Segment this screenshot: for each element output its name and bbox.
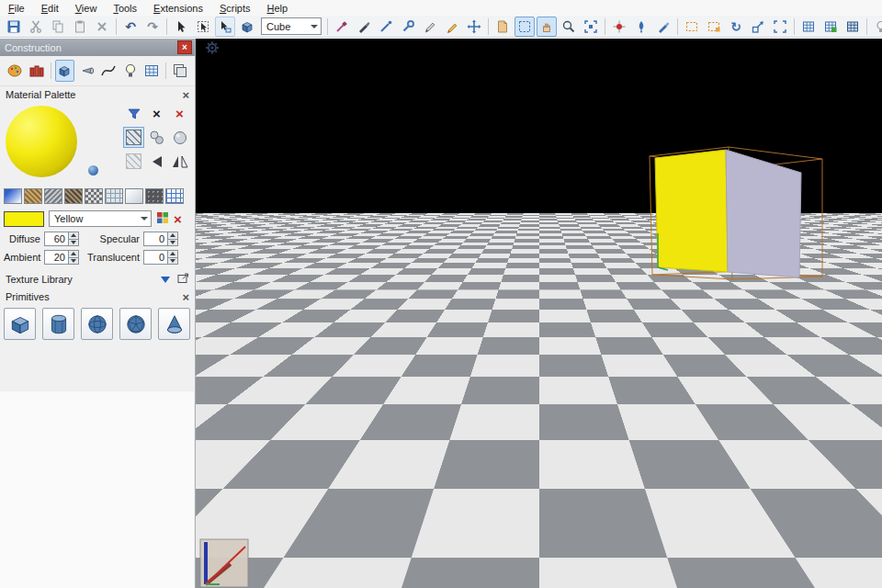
- swatch-blue-grid[interactable]: [165, 188, 184, 204]
- knife-icon[interactable]: [420, 17, 440, 37]
- lamp-icon[interactable]: [871, 17, 882, 37]
- diffuse-up-icon[interactable]: [68, 232, 79, 240]
- translucent-down-icon[interactable]: [167, 258, 178, 266]
- draw-pen-icon[interactable]: [653, 17, 673, 37]
- grid-table-icon[interactable]: [798, 17, 819, 37]
- redo-icon[interactable]: ↷: [142, 17, 163, 37]
- selected-cube[interactable]: [655, 150, 801, 277]
- grid-mode-icon[interactable]: [142, 60, 163, 82]
- pencil-icon[interactable]: [442, 17, 462, 37]
- save-icon[interactable]: [4, 17, 24, 37]
- texture-page-icon[interactable]: [492, 17, 513, 37]
- zoom-icon[interactable]: [559, 17, 579, 37]
- menu-extensions[interactable]: Extensions: [145, 2, 211, 15]
- delete-color-icon[interactable]: ×: [174, 212, 182, 226]
- marquee-icon[interactable]: [514, 17, 535, 37]
- specular-down-icon[interactable]: [167, 240, 178, 247]
- material-palette-close-icon[interactable]: ×: [182, 89, 189, 101]
- menu-file[interactable]: File: [0, 2, 33, 15]
- diffuse-value[interactable]: 60: [44, 232, 68, 246]
- select-pointer-icon[interactable]: [171, 17, 191, 37]
- orbit-point-icon[interactable]: [609, 17, 629, 37]
- primitive-geosphere-button[interactable]: [119, 308, 152, 340]
- construction-panel-titlebar[interactable]: Construction ×: [0, 39, 195, 56]
- menu-scripts[interactable]: Scripts: [211, 2, 259, 15]
- shape-select[interactable]: Cube: [261, 17, 322, 35]
- primitive-sphere-button[interactable]: [81, 308, 113, 340]
- swatch-noise-gray[interactable]: [44, 188, 62, 204]
- pen-icon[interactable]: [354, 17, 374, 37]
- orientation-gizmo[interactable]: [199, 538, 249, 588]
- scale-icon[interactable]: [748, 17, 768, 37]
- curve-mode-icon[interactable]: [98, 60, 119, 82]
- panel-close-button[interactable]: ×: [177, 40, 192, 54]
- rotate-icon[interactable]: ↻: [726, 17, 746, 37]
- primitives-close-icon[interactable]: ×: [182, 291, 189, 303]
- expand-icon[interactable]: [161, 277, 170, 283]
- swatch-gloss[interactable]: [125, 188, 143, 204]
- swatch-dark-dots[interactable]: [145, 188, 164, 204]
- select-rect-orange-icon[interactable]: [682, 17, 702, 37]
- translucent-value[interactable]: 0: [143, 250, 167, 265]
- undo-icon[interactable]: ↶: [120, 17, 141, 37]
- filter-icon[interactable]: [123, 103, 144, 124]
- ambient-up-icon[interactable]: [68, 250, 79, 258]
- select-drag-icon[interactable]: [215, 17, 235, 37]
- fit-view-icon[interactable]: [581, 17, 601, 37]
- primitive-cylinder-button[interactable]: [42, 308, 74, 340]
- swatch-grid[interactable]: [105, 188, 123, 204]
- primitive-cube-button[interactable]: [4, 308, 36, 340]
- viewport-3d[interactable]: [196, 39, 882, 588]
- swatch-checker[interactable]: [85, 188, 103, 204]
- menu-help[interactable]: Help: [259, 2, 297, 15]
- mirror-icon[interactable]: [169, 151, 190, 172]
- delete-material-black-icon[interactable]: ×: [146, 103, 167, 124]
- pan-icon[interactable]: [537, 17, 557, 37]
- ambient-stepper[interactable]: 20: [44, 250, 79, 265]
- swatch-blue[interactable]: [4, 188, 22, 204]
- specular-value[interactable]: 0: [143, 232, 167, 246]
- menu-view[interactable]: View: [67, 2, 106, 15]
- perspective-icon[interactable]: [770, 17, 790, 37]
- material-preview-sphere[interactable]: [6, 106, 77, 177]
- color-grid-icon[interactable]: [156, 211, 169, 226]
- primitive-cube-icon[interactable]: [237, 17, 257, 37]
- current-color-swatch[interactable]: [4, 211, 44, 227]
- specular-stepper[interactable]: 0: [143, 232, 178, 246]
- materials-icon[interactable]: [27, 60, 47, 82]
- diffuse-down-icon[interactable]: [68, 240, 79, 247]
- popout-icon[interactable]: [177, 273, 189, 286]
- menu-tools[interactable]: Tools: [105, 2, 145, 15]
- wrench-icon[interactable]: [398, 17, 418, 37]
- grid-settings-icon[interactable]: [842, 17, 863, 37]
- diffuse-stepper[interactable]: 60: [44, 232, 79, 246]
- light-mode-icon[interactable]: [120, 60, 141, 82]
- translucent-stepper[interactable]: 0: [143, 250, 178, 265]
- ambient-down-icon[interactable]: [68, 258, 79, 266]
- sphere-view-icon[interactable]: [169, 127, 190, 148]
- delete-material-red-icon[interactable]: ×: [169, 103, 190, 124]
- select-lasso-orange-icon[interactable]: [704, 17, 724, 37]
- dropper-icon[interactable]: [332, 17, 352, 37]
- swatch-noise-tan[interactable]: [24, 188, 42, 204]
- spheres-view-icon[interactable]: [146, 127, 167, 148]
- select-group-icon[interactable]: [193, 17, 213, 37]
- drop-pin-icon[interactable]: [631, 17, 651, 37]
- viewport-settings-gear-icon[interactable]: [205, 40, 220, 55]
- grid-add-icon[interactable]: [820, 17, 841, 37]
- material-select[interactable]: Yellow: [49, 210, 152, 227]
- windows-icon[interactable]: [170, 60, 190, 82]
- airbrush-icon[interactable]: [376, 17, 396, 37]
- pattern-view-icon[interactable]: [123, 127, 144, 148]
- primitive-cone-button[interactable]: [158, 308, 190, 340]
- specular-up-icon[interactable]: [167, 232, 178, 240]
- translucent-up-icon[interactable]: [167, 250, 178, 258]
- material-dot[interactable]: [88, 165, 98, 175]
- cube-mode-icon[interactable]: [55, 60, 75, 82]
- menu-edit[interactable]: Edit: [33, 2, 67, 15]
- palette-icon[interactable]: [5, 60, 25, 82]
- prev-material-icon[interactable]: [146, 151, 167, 172]
- cone-mode-icon[interactable]: [76, 60, 96, 82]
- ambient-value[interactable]: 20: [44, 250, 68, 265]
- move-axes-icon[interactable]: [464, 17, 484, 37]
